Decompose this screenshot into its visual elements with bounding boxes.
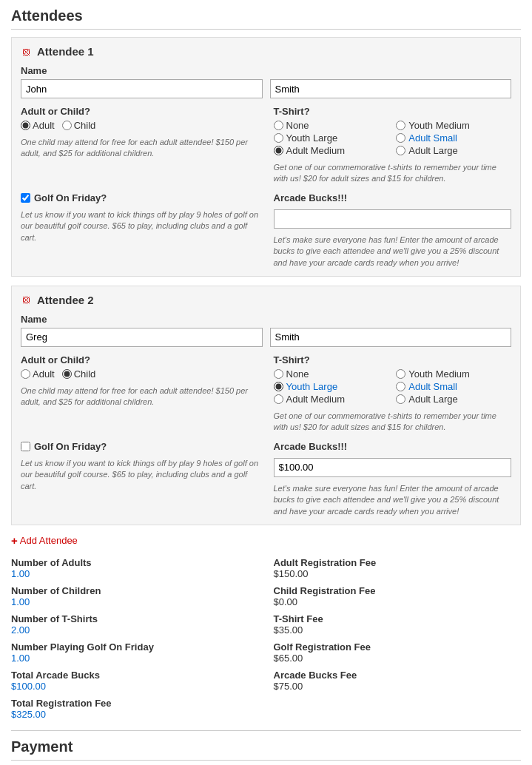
attendee-1-golf-checkbox[interactable] xyxy=(21,193,30,203)
attendee-2-golf-group: Golf On Friday? Let us know if you want … xyxy=(21,441,259,517)
attendee-1-remove-icon[interactable]: ⦻ xyxy=(21,46,33,58)
attendee-2-tshirt-youth-medium[interactable] xyxy=(396,369,405,379)
attendee-1-title: Attendee 1 xyxy=(37,45,94,58)
golf-fee-label: Golf Registration Fee xyxy=(274,641,522,653)
attendee-2-header: ⦻ Attendee 2 xyxy=(21,294,511,306)
attendee-1-header: ⦻ Attendee 1 xyxy=(21,45,511,58)
adult-reg-fee-item: Adult Registration Fee $150.00 xyxy=(274,557,522,579)
attendee-1-tshirt-adult-medium[interactable] xyxy=(274,146,283,155)
attendee-1-arcade-label: Arcade Bucks!!! xyxy=(274,192,512,203)
attendee-2-tshirt-adult-medium-label[interactable]: Adult Medium xyxy=(274,394,389,405)
attendee-2-tshirt-adult-small-label[interactable]: Adult Small xyxy=(396,381,511,392)
attendee-1-tshirt-adult-small-label[interactable]: Adult Small xyxy=(396,132,511,144)
attendee-1-grid: Adult or Child? Adult Child One child ma… xyxy=(21,106,511,185)
attendee-2-first-name[interactable] xyxy=(21,328,263,347)
attendee-1-adult-radio-label[interactable]: Adult xyxy=(21,120,55,131)
attendee-2-child-radio[interactable] xyxy=(62,369,72,379)
attendee-2-remove-icon[interactable]: ⦻ xyxy=(21,294,33,306)
total-reg-label: Total Registration Fee xyxy=(11,698,259,709)
attendee-1-golf-label[interactable]: Golf On Friday? xyxy=(21,192,259,203)
attendee-1-tshirt-adult-medium-label[interactable]: Adult Medium xyxy=(274,145,389,156)
attendee-1-tshirt-none[interactable] xyxy=(274,121,283,130)
attendee-1-golf-group: Golf On Friday? Let us know if you want … xyxy=(21,192,259,269)
attendee-1-adult-child-radios: Adult Child xyxy=(21,120,259,131)
payment-title: Payment xyxy=(11,738,521,761)
attendee-1-tshirt-adult-small[interactable] xyxy=(396,133,405,143)
add-attendee-row: + Add Attendee xyxy=(11,534,521,547)
attendee-1-name-row xyxy=(21,79,511,98)
attendee-2-adult-child-label: Adult or Child? xyxy=(21,354,259,365)
attendee-2-arcade-label: Arcade Bucks!!! xyxy=(274,441,512,452)
attendee-2-golf-checkbox[interactable] xyxy=(21,442,30,451)
attendee-1-adult-child-label: Adult or Child? xyxy=(21,106,259,117)
attendee-1-tshirt-options: None Youth Medium Youth Large Adult Smal… xyxy=(274,120,512,156)
attendee-2-tshirt-none-label[interactable]: None xyxy=(274,368,389,380)
attendee-1-tshirt-none-label[interactable]: None xyxy=(274,120,389,131)
add-attendee-plus-icon: + xyxy=(11,534,18,547)
attendee-1-tshirt-hint: Get one of our commemorative t-shirts to… xyxy=(274,162,512,185)
total-arcade-item: Total Arcade Bucks $100.00 xyxy=(11,670,259,692)
num-children-value: 1.00 xyxy=(11,596,259,607)
attendee-1-name-label: Name xyxy=(21,65,511,76)
attendee-2-tshirt-youth-medium-label[interactable]: Youth Medium xyxy=(396,368,511,380)
attendee-2-adult-child-radios: Adult Child xyxy=(21,368,259,380)
num-adults-value: 1.00 xyxy=(11,568,259,579)
num-tshirts-item: Number of T-Shirts 2.00 xyxy=(11,613,259,636)
arcade-fee-item: Arcade Bucks Fee $75.00 xyxy=(274,670,522,692)
attendee-1-block: ⦻ Attendee 1 Name Adult or Child? Adult … xyxy=(11,37,521,277)
arcade-fee-label: Arcade Bucks Fee xyxy=(274,670,522,681)
attendee-2-adult-radio[interactable] xyxy=(21,369,30,379)
attendee-1-golf-arcade-row: Golf On Friday? Let us know if you want … xyxy=(21,192,511,269)
adult-reg-fee-value: $150.00 xyxy=(274,568,522,579)
attendee-1-last-name[interactable] xyxy=(270,79,512,98)
attendee-2-tshirt-adult-large-label[interactable]: Adult Large xyxy=(396,394,511,405)
child-reg-fee-item: Child Registration Fee $0.00 xyxy=(274,585,522,607)
attendee-1-arcade-hint: Let's make sure everyone has fun! Enter … xyxy=(274,235,512,269)
attendee-1-tshirt-youth-medium-label[interactable]: Youth Medium xyxy=(396,120,511,131)
golf-fee-value: $65.00 xyxy=(274,653,522,664)
attendee-2-adult-child-group: Adult or Child? Adult Child One child ma… xyxy=(21,354,259,434)
total-arcade-value: $100.00 xyxy=(11,681,259,692)
attendee-1-tshirt-adult-large-label[interactable]: Adult Large xyxy=(396,145,511,156)
attendee-1-child-radio-label[interactable]: Child xyxy=(62,120,96,131)
attendee-1-tshirt-adult-large[interactable] xyxy=(396,146,405,155)
attendee-2-name-row xyxy=(21,328,511,347)
num-children-label: Number of Children xyxy=(11,585,259,596)
attendee-1-tshirt-youth-large-label[interactable]: Youth Large xyxy=(274,132,389,144)
add-attendee-button[interactable]: + Add Attendee xyxy=(11,534,78,547)
total-reg-item: Total Registration Fee $325.00 xyxy=(11,698,259,720)
attendee-2-last-name[interactable] xyxy=(270,328,512,347)
attendee-2-grid: Adult or Child? Adult Child One child ma… xyxy=(21,354,511,434)
adult-reg-fee-label: Adult Registration Fee xyxy=(274,557,522,568)
attendee-1-adult-hint: One child may attend for free for each a… xyxy=(21,137,259,160)
attendee-1-golf-hint: Let us know if you want to kick things o… xyxy=(21,209,259,243)
attendee-2-tshirt-youth-large-label[interactable]: Youth Large xyxy=(274,381,389,392)
attendee-1-tshirt-youth-large[interactable] xyxy=(274,133,283,143)
attendee-1-adult-radio[interactable] xyxy=(21,121,30,130)
attendee-2-arcade-input[interactable] xyxy=(274,458,512,477)
attendee-1-tshirt-group: T-Shirt? None Youth Medium Youth Large A… xyxy=(274,106,512,185)
attendee-2-tshirt-none[interactable] xyxy=(274,369,283,379)
attendee-2-adult-hint: One child may attend for free for each a… xyxy=(21,385,259,408)
attendee-2-tshirt-adult-large[interactable] xyxy=(396,394,405,404)
golf-fee-item: Golf Registration Fee $65.00 xyxy=(274,641,522,664)
attendee-2-golf-arcade-row: Golf On Friday? Let us know if you want … xyxy=(21,441,511,517)
child-reg-fee-label: Child Registration Fee xyxy=(274,585,522,596)
num-golf-label: Number Playing Golf On Friday xyxy=(11,641,259,653)
attendee-2-tshirt-adult-medium[interactable] xyxy=(274,394,283,404)
attendee-1-tshirt-youth-medium[interactable] xyxy=(396,121,405,130)
attendee-2-golf-label-text: Golf On Friday? xyxy=(34,441,107,452)
attendee-2-tshirt-youth-large[interactable] xyxy=(274,382,283,391)
tshirt-fee-value: $35.00 xyxy=(274,624,522,636)
summary-grid: Number of Adults 1.00 Adult Registration… xyxy=(11,557,521,720)
summary-spacer xyxy=(274,698,522,720)
attendee-1-first-name[interactable] xyxy=(21,79,263,98)
attendee-2-adult-radio-label[interactable]: Adult xyxy=(21,368,55,380)
num-tshirts-label: Number of T-Shirts xyxy=(11,613,259,624)
attendee-1-child-radio[interactable] xyxy=(62,121,72,130)
attendee-2-child-radio-label[interactable]: Child xyxy=(62,368,96,380)
attendee-2-tshirt-adult-small[interactable] xyxy=(396,382,405,391)
attendee-1-arcade-input[interactable] xyxy=(274,209,512,229)
num-adults-label: Number of Adults xyxy=(11,557,259,568)
attendee-2-golf-label[interactable]: Golf On Friday? xyxy=(21,441,259,452)
